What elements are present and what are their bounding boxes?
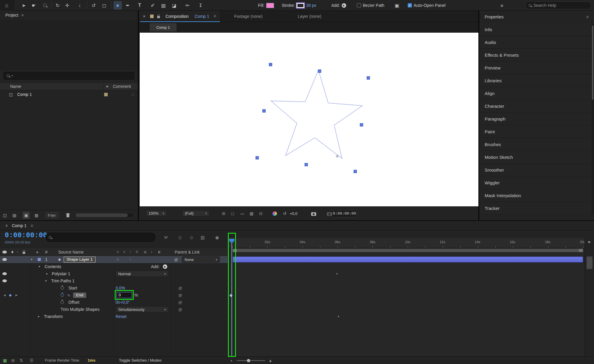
pan-behind-tool[interactable]: ✛ [63,1,71,10]
panel-item-effects-presets[interactable]: Effects & Presets [479,49,594,61]
close-icon[interactable]: × [143,14,146,18]
zoom-slider-handle[interactable] [247,359,250,362]
project-search-box[interactable]: ▾ [4,72,134,80]
resolution-dropdown[interactable]: (Full)▾ [182,210,209,216]
selection-handle[interactable] [360,123,363,126]
playhead-line[interactable] [231,243,232,356]
stroke-size-value[interactable]: 30 px [306,3,316,8]
3d-switch-icon[interactable]: ◧ [158,251,161,254]
end-keyframe-diamond[interactable]: ◆ [229,293,233,297]
trim-multiple-shapes-row[interactable]: Trim Multiple Shapes Simultaneously▾ @ [0,306,228,313]
roto-brush-tool[interactable]: ✏ [183,1,192,10]
offset-property-row[interactable]: Offset 0x+0,0° @ [0,299,228,306]
parent-link-column[interactable]: Parent & Link [175,250,200,254]
source-name-column[interactable]: Source Name [58,250,84,254]
panel-item-paint[interactable]: Paint [479,125,594,138]
panel-item-align[interactable]: Align [479,87,594,100]
expand-in-out-panes-icon[interactable]: ⇅ [20,358,23,363]
scrollbar-thumb[interactable] [76,213,128,217]
hide-shy-layers-icon[interactable]: ☺ [189,235,194,240]
panel-item-smoother[interactable]: Smoother [479,164,594,176]
mask-visibility-icon[interactable]: ◻ [231,211,234,216]
footage-tab[interactable]: Footage (none) [234,14,263,19]
add-property-icon[interactable]: ▶ [163,265,167,269]
panel-item-info[interactable]: Info [479,23,594,36]
selection-handle[interactable] [269,63,272,66]
orbit-tool[interactable]: ↻ [53,1,62,10]
transparency-grid-icon[interactable]: ▦ [250,211,253,216]
start-label[interactable]: Start [68,286,77,290]
expand-group-icon[interactable]: ▸ [46,272,48,275]
composition-canvas[interactable]: ⌖ [140,33,478,206]
expand-group-icon[interactable]: ▸ [38,315,40,318]
panel-item-wiggler[interactable]: Wiggler [479,176,594,189]
work-area-bar[interactable] [233,249,583,252]
new-folder-icon[interactable]: ▤ [12,213,16,217]
collapse-group-icon[interactable]: ▾ [45,279,47,282]
end-property-row[interactable]: ◀ ◆ ▶ ∿ End 0 % @ [0,292,228,299]
frame-blending-icon[interactable]: ▥ [201,235,205,240]
graph-editor-icon[interactable]: ∿ [67,293,70,297]
offset-value[interactable]: 0x+0,0° [116,300,130,304]
composition-tab[interactable]: × Composition Comp 1 ≡ [139,11,220,22]
auto-open-checkbox[interactable]: ✓ [408,3,412,7]
timeline-dot[interactable] [336,273,338,274]
solo-column-icon[interactable]: ○ [17,250,19,254]
frame-blend-switch-icon[interactable]: ▥ [144,251,146,254]
type-tool[interactable]: T [135,1,144,10]
timeline-tab-label[interactable]: Comp 1 [12,223,26,228]
blend-mode-dropdown[interactable]: Normal▾ [116,271,168,277]
audio-column-icon[interactable] [10,251,13,254]
stopwatch-icon[interactable] [61,287,64,290]
label-column-icon[interactable]: ◆ [36,251,38,253]
eye-icon[interactable] [2,272,7,275]
transform-row[interactable]: ▸ Transform Reset [0,313,228,320]
keyframe-toggle-icon[interactable]: ◆ [9,293,12,297]
selection-handle[interactable] [305,163,308,166]
end-label[interactable]: End [73,292,86,298]
layer-duration-bar[interactable] [233,257,583,262]
eraser-tool[interactable]: ◪ [170,1,178,10]
column-divider[interactable] [103,83,104,91]
trim-paths-label[interactable]: Trim Paths 1 [51,279,75,283]
zoom-in-mountain-icon[interactable]: ▲ [268,358,272,363]
magnification-dropdown[interactable]: 100%▾ [146,210,167,216]
video-column-icon[interactable] [2,251,7,254]
panel-item-preview[interactable]: Preview [479,61,594,74]
exposure-value[interactable]: +0,0 [290,211,297,216]
trim-multiple-shapes-dropdown[interactable]: Simultaneously▾ [116,306,168,313]
start-property-row[interactable]: Start 0,0% @ [0,284,228,292]
bezier-path-checkbox[interactable] [357,3,361,7]
zoom-tool[interactable] [41,1,49,10]
pick-whip-icon[interactable]: @ [174,258,178,262]
add-shape-control[interactable]: Add: ▶ [331,0,346,11]
pick-whip-icon[interactable]: @ [178,286,182,290]
reset-exposure-icon[interactable]: ↺ [283,211,286,216]
motion-blur-switch-icon[interactable]: ◐ [151,251,153,254]
marker-bin-icon[interactable]: ⚑ [587,240,591,244]
start-value[interactable]: 0,0% [116,286,125,290]
add-circle-icon[interactable]: ▶ [342,3,346,8]
project-horizontal-scrollbar[interactable] [76,213,133,217]
end-value-input[interactable]: 0 [116,292,132,298]
star-shape-tool[interactable]: ★ [114,1,122,10]
timeline-vertical-scrollbar-thumb[interactable] [587,257,593,269]
fill-swatch[interactable] [266,3,274,8]
selection-handle[interactable] [256,156,259,159]
selection-handle[interactable] [262,109,266,113]
motion-blur-icon[interactable]: ◉ [215,235,219,240]
panel-item-character[interactable]: Character [479,100,594,113]
label-color-column-icon[interactable]: ◆ [106,85,108,88]
stopwatch-active-icon[interactable] [61,294,64,297]
comp-subtab[interactable]: Comp 1 [150,23,177,31]
footage-interpret-icon[interactable]: ◫ [3,213,7,217]
show-snapshot-icon[interactable] [327,212,332,216]
channel-color-icon[interactable] [272,211,277,216]
rotate-tool[interactable]: ↺ [89,1,98,10]
stopwatch-icon[interactable] [61,301,64,304]
selection-tool[interactable]: ➤ [20,1,28,10]
layer-row[interactable]: ▾ 1 ★ Shape Layer 1 ⊙ \ @ None▾ [0,256,228,263]
new-composition-icon[interactable]: ▣ [23,212,30,219]
toolbar-overflow-button[interactable]: » [498,1,506,10]
layer-number-column[interactable]: # [45,250,48,254]
